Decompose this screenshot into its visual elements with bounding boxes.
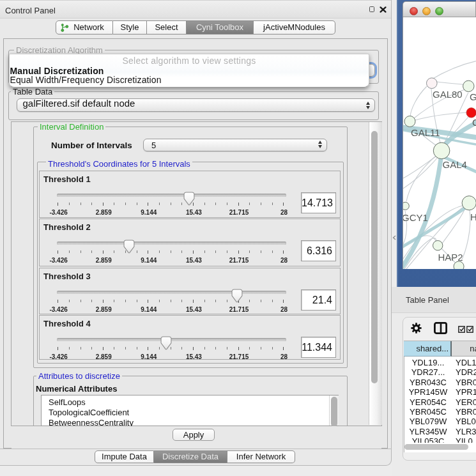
svg-text:GAL80: GAL80	[433, 89, 463, 100]
svg-text:GAL11: GAL11	[411, 127, 440, 138]
svg-text:GCY1: GCY1	[403, 212, 428, 223]
svg-text:H...: H...	[470, 211, 476, 222]
svg-text:C...: C...	[472, 117, 476, 128]
svg-text:G...: G...	[470, 91, 476, 102]
svg-text:GAL4: GAL4	[443, 159, 467, 170]
svg-text:HAP2: HAP2	[438, 252, 463, 263]
